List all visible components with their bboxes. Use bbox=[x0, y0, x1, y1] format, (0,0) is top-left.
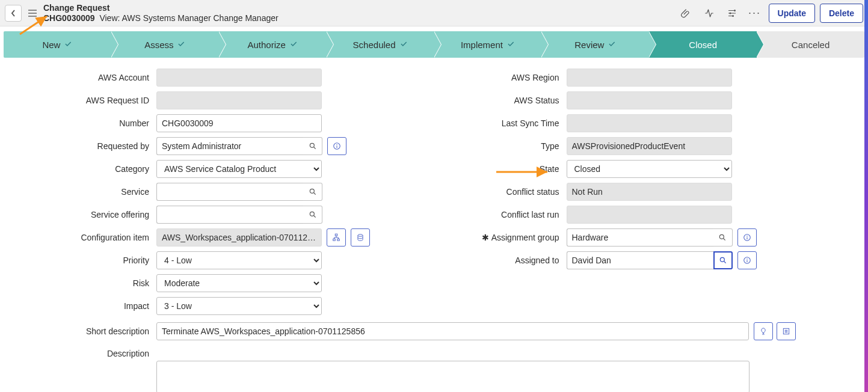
svg-point-1 bbox=[729, 12, 731, 14]
service-lookup-icon[interactable] bbox=[303, 183, 322, 201]
state-select[interactable]: Closed bbox=[567, 160, 732, 178]
risk-select[interactable]: Moderate bbox=[156, 274, 322, 292]
delete-button[interactable]: Delete bbox=[820, 4, 863, 23]
label-short-desc: Short description bbox=[12, 326, 156, 336]
stage-label: Implement bbox=[461, 40, 503, 50]
label-config-item: Configuration item bbox=[12, 233, 156, 242]
label-conflict-status: Conflict status bbox=[422, 187, 567, 197]
service-offering-lookup-icon[interactable] bbox=[303, 206, 322, 224]
title-bottom: CHG0030009 View: AWS Systems Manager Cha… bbox=[43, 13, 279, 23]
stage-new[interactable]: New bbox=[4, 31, 111, 58]
requested-by-field[interactable] bbox=[156, 137, 303, 155]
assigned-to-info-icon[interactable] bbox=[737, 251, 757, 269]
assigned-to-lookup-icon[interactable] bbox=[713, 251, 733, 269]
svg-point-17 bbox=[746, 259, 748, 260]
label-risk: Risk bbox=[12, 278, 156, 288]
stage-label: Scheduled bbox=[353, 40, 396, 50]
label-aws-region: AWS Region bbox=[422, 73, 567, 82]
last-sync-field bbox=[567, 114, 732, 132]
config-item-db-icon[interactable] bbox=[351, 228, 370, 247]
conflict-status-field bbox=[567, 183, 732, 201]
more-icon[interactable]: ··· bbox=[746, 4, 764, 22]
stage-label: Closed bbox=[689, 40, 717, 50]
short-desc-related-icon[interactable] bbox=[777, 322, 796, 340]
description-row: Description bbox=[0, 343, 868, 358]
stage-assess[interactable]: Assess bbox=[111, 31, 219, 58]
check-icon bbox=[177, 40, 185, 50]
chevron-left-icon bbox=[10, 9, 16, 17]
config-item-tree-icon[interactable] bbox=[327, 228, 346, 247]
aws-region-field bbox=[567, 69, 732, 87]
record-id: CHG0030009 bbox=[43, 13, 95, 23]
stage-label: Canceled bbox=[792, 40, 830, 50]
svg-point-5 bbox=[336, 144, 337, 145]
svg-point-15 bbox=[720, 257, 724, 262]
priority-select[interactable]: 4 - Low bbox=[156, 251, 322, 269]
svg-point-12 bbox=[719, 234, 724, 239]
label-assignment-group: ✱Assignment group bbox=[422, 233, 567, 242]
short-description-row: Short description bbox=[0, 320, 868, 343]
svg-point-6 bbox=[310, 189, 314, 193]
title-top: Change Request bbox=[43, 3, 279, 13]
settings-icon[interactable] bbox=[723, 4, 741, 22]
form-body: AWS Account AWS Request ID Number Reques… bbox=[0, 64, 868, 317]
label-description: Description bbox=[12, 346, 156, 358]
requested-by-info-icon[interactable] bbox=[327, 137, 346, 155]
stage-authorize[interactable]: Authorize bbox=[219, 31, 327, 58]
assigned-to-field[interactable] bbox=[567, 251, 713, 269]
stage-closed[interactable]: Closed bbox=[649, 31, 757, 58]
stage-label: New bbox=[42, 40, 60, 50]
svg-point-0 bbox=[734, 10, 736, 11]
number-field[interactable] bbox=[156, 114, 322, 132]
svg-point-14 bbox=[746, 236, 748, 237]
svg-point-7 bbox=[310, 212, 314, 216]
left-column: AWS Account AWS Request ID Number Reques… bbox=[12, 66, 386, 317]
svg-point-2 bbox=[732, 15, 734, 17]
stage-label: Authorize bbox=[248, 40, 286, 50]
label-number: Number bbox=[12, 118, 156, 128]
short-description-field[interactable] bbox=[156, 322, 749, 340]
svg-rect-8 bbox=[335, 234, 337, 236]
config-item-field bbox=[156, 228, 322, 247]
label-type: Type bbox=[422, 141, 567, 151]
activity-icon[interactable] bbox=[700, 4, 718, 22]
impact-select[interactable]: 3 - Low bbox=[156, 297, 322, 315]
assignment-group-lookup-icon[interactable] bbox=[713, 228, 733, 247]
short-desc-suggest-icon[interactable] bbox=[754, 322, 773, 340]
stage-label: Review bbox=[574, 40, 604, 50]
type-field bbox=[567, 137, 732, 155]
label-service-offering: Service offering bbox=[12, 210, 156, 219]
label-category: Category bbox=[12, 164, 156, 174]
back-button[interactable] bbox=[5, 5, 22, 22]
service-offering-field[interactable] bbox=[156, 206, 303, 224]
stage-implement[interactable]: Implement bbox=[434, 31, 542, 58]
category-select[interactable]: AWS Service Catalog Product bbox=[156, 160, 322, 178]
label-requested-by: Requested by bbox=[12, 141, 156, 151]
check-icon bbox=[289, 40, 298, 50]
label-aws-status: AWS Status bbox=[422, 96, 567, 105]
right-column: AWS Region AWS Status Last Sync Time Typ… bbox=[422, 66, 796, 317]
title-block: Change Request CHG0030009 View: AWS Syst… bbox=[43, 3, 279, 23]
check-icon bbox=[399, 40, 408, 50]
stage-canceled[interactable]: Canceled bbox=[757, 31, 864, 58]
description-field[interactable] bbox=[156, 361, 749, 392]
svg-rect-9 bbox=[333, 239, 336, 240]
menu-icon[interactable] bbox=[26, 5, 38, 22]
update-button[interactable]: Update bbox=[769, 4, 815, 23]
stage-label: Assess bbox=[144, 40, 173, 50]
stage-bar: NewAssessAuthorizeScheduledImplementRevi… bbox=[4, 31, 864, 58]
svg-point-3 bbox=[310, 143, 314, 147]
aws-account-field bbox=[156, 69, 322, 87]
svg-rect-10 bbox=[337, 239, 340, 240]
stage-review[interactable]: Review bbox=[541, 31, 649, 58]
assignment-group-info-icon[interactable] bbox=[737, 228, 757, 247]
service-field[interactable] bbox=[156, 183, 303, 201]
attachment-icon[interactable] bbox=[677, 4, 695, 22]
requested-by-lookup-icon[interactable] bbox=[303, 137, 322, 155]
conflict-last-run-field bbox=[567, 206, 732, 224]
check-icon bbox=[506, 40, 515, 50]
aws-request-id-field bbox=[156, 91, 322, 109]
assignment-group-field[interactable] bbox=[567, 228, 713, 247]
stage-scheduled[interactable]: Scheduled bbox=[327, 31, 434, 58]
label-service: Service bbox=[12, 187, 156, 197]
